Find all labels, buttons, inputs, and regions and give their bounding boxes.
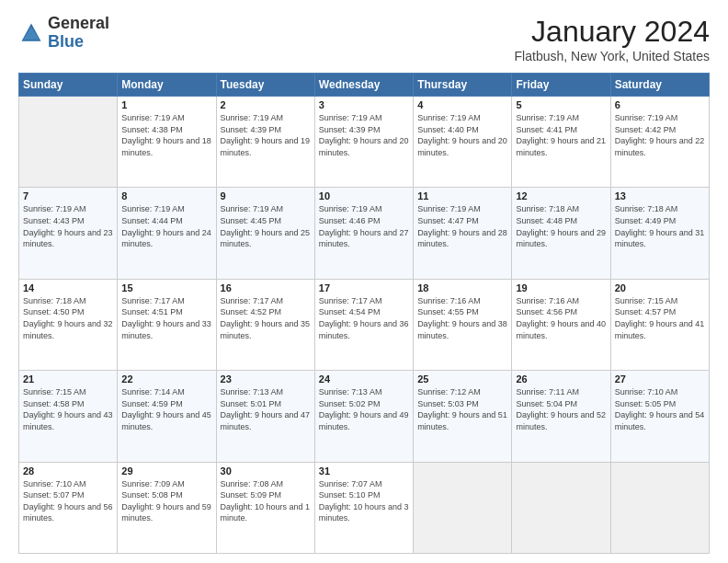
day-info: Sunrise: 7:16 AMSunset: 4:56 PMDaylight:… [516, 295, 606, 341]
day-number: 6 [615, 99, 705, 110]
day-number: 10 [319, 190, 409, 201]
col-thursday: Thursday [414, 74, 512, 97]
col-monday: Monday [118, 74, 216, 97]
title-block: January 2024 Flatbush, New York, United … [515, 15, 710, 63]
table-row: 1Sunrise: 7:19 AMSunset: 4:38 PMDaylight… [118, 97, 216, 188]
day-number: 25 [417, 373, 507, 385]
day-info: Sunrise: 7:10 AMSunset: 5:07 PMDaylight:… [23, 478, 113, 524]
table-row: 4Sunrise: 7:19 AMSunset: 4:40 PMDaylight… [414, 97, 512, 188]
table-row [610, 462, 709, 553]
day-info: Sunrise: 7:14 AMSunset: 4:59 PMDaylight:… [121, 386, 211, 432]
logo-blue-text: Blue [48, 32, 84, 51]
logo: General Blue [18, 15, 109, 52]
page: General Blue January 2024 Flatbush, New … [0, 0, 728, 563]
day-number: 7 [23, 190, 113, 201]
header: General Blue January 2024 Flatbush, New … [18, 15, 710, 63]
table-row: 27Sunrise: 7:10 AMSunset: 5:05 PMDayligh… [610, 371, 709, 462]
table-row: 17Sunrise: 7:17 AMSunset: 4:54 PMDayligh… [314, 279, 413, 370]
calendar-week-row: 14Sunrise: 7:18 AMSunset: 4:50 PMDayligh… [19, 279, 710, 370]
day-info: Sunrise: 7:16 AMSunset: 4:55 PMDaylight:… [417, 295, 507, 341]
table-row: 20Sunrise: 7:15 AMSunset: 4:57 PMDayligh… [610, 279, 709, 370]
day-number: 13 [615, 190, 705, 201]
day-info: Sunrise: 7:19 AMSunset: 4:39 PMDaylight:… [319, 112, 409, 158]
day-info: Sunrise: 7:19 AMSunset: 4:46 PMDaylight:… [319, 203, 409, 249]
day-info: Sunrise: 7:17 AMSunset: 4:52 PMDaylight:… [221, 295, 311, 341]
day-info: Sunrise: 7:10 AMSunset: 5:05 PMDaylight:… [615, 386, 705, 432]
table-row: 13Sunrise: 7:18 AMSunset: 4:49 PMDayligh… [610, 188, 709, 279]
day-number: 28 [23, 465, 113, 477]
day-number: 17 [319, 282, 409, 293]
table-row [19, 97, 118, 188]
day-number: 2 [221, 99, 311, 110]
col-tuesday: Tuesday [216, 74, 314, 97]
day-info: Sunrise: 7:19 AMSunset: 4:39 PMDaylight:… [221, 112, 311, 158]
table-row: 5Sunrise: 7:19 AMSunset: 4:41 PMDaylight… [512, 97, 610, 188]
day-info: Sunrise: 7:19 AMSunset: 4:45 PMDaylight:… [221, 203, 311, 249]
day-number: 24 [319, 373, 409, 385]
day-number: 15 [121, 282, 211, 293]
table-row: 28Sunrise: 7:10 AMSunset: 5:07 PMDayligh… [19, 462, 118, 553]
day-number: 8 [121, 190, 211, 201]
table-row: 22Sunrise: 7:14 AMSunset: 4:59 PMDayligh… [118, 371, 216, 462]
table-row: 9Sunrise: 7:19 AMSunset: 4:45 PMDaylight… [216, 188, 314, 279]
day-info: Sunrise: 7:18 AMSunset: 4:48 PMDaylight:… [516, 203, 606, 249]
day-number: 23 [221, 373, 311, 385]
day-number: 9 [221, 190, 311, 201]
table-row: 29Sunrise: 7:09 AMSunset: 5:08 PMDayligh… [118, 462, 216, 553]
col-sunday: Sunday [19, 74, 118, 97]
logo-icon [18, 20, 44, 46]
calendar-week-row: 7Sunrise: 7:19 AMSunset: 4:43 PMDaylight… [19, 188, 710, 279]
day-info: Sunrise: 7:19 AMSunset: 4:38 PMDaylight:… [121, 112, 211, 158]
day-info: Sunrise: 7:13 AMSunset: 5:02 PMDaylight:… [319, 386, 409, 432]
table-row: 30Sunrise: 7:08 AMSunset: 5:09 PMDayligh… [216, 462, 314, 553]
table-row: 2Sunrise: 7:19 AMSunset: 4:39 PMDaylight… [216, 97, 314, 188]
day-info: Sunrise: 7:19 AMSunset: 4:41 PMDaylight:… [516, 112, 606, 158]
calendar-header-row: Sunday Monday Tuesday Wednesday Thursday… [19, 74, 710, 97]
day-info: Sunrise: 7:19 AMSunset: 4:42 PMDaylight:… [615, 112, 705, 158]
col-friday: Friday [512, 74, 610, 97]
day-number: 22 [121, 373, 211, 385]
day-number: 12 [516, 190, 606, 201]
table-row: 21Sunrise: 7:15 AMSunset: 4:58 PMDayligh… [19, 371, 118, 462]
day-number: 16 [221, 282, 311, 293]
table-row: 25Sunrise: 7:12 AMSunset: 5:03 PMDayligh… [414, 371, 512, 462]
day-number: 11 [417, 190, 507, 201]
day-info: Sunrise: 7:19 AMSunset: 4:44 PMDaylight:… [121, 203, 211, 249]
table-row [512, 462, 610, 553]
calendar-week-row: 28Sunrise: 7:10 AMSunset: 5:07 PMDayligh… [19, 462, 710, 553]
day-number: 19 [516, 282, 606, 293]
page-subtitle: Flatbush, New York, United States [515, 49, 710, 63]
day-info: Sunrise: 7:08 AMSunset: 5:09 PMDaylight:… [221, 478, 311, 524]
calendar-week-row: 21Sunrise: 7:15 AMSunset: 4:58 PMDayligh… [19, 371, 710, 462]
day-info: Sunrise: 7:11 AMSunset: 5:04 PMDaylight:… [516, 386, 606, 432]
table-row: 15Sunrise: 7:17 AMSunset: 4:51 PMDayligh… [118, 279, 216, 370]
day-info: Sunrise: 7:13 AMSunset: 5:01 PMDaylight:… [221, 386, 311, 432]
calendar-week-row: 1Sunrise: 7:19 AMSunset: 4:38 PMDaylight… [19, 97, 710, 188]
table-row: 6Sunrise: 7:19 AMSunset: 4:42 PMDaylight… [610, 97, 709, 188]
calendar-table: Sunday Monday Tuesday Wednesday Thursday… [18, 73, 710, 554]
day-number: 21 [23, 373, 113, 385]
table-row: 10Sunrise: 7:19 AMSunset: 4:46 PMDayligh… [314, 188, 413, 279]
day-number: 1 [121, 99, 211, 110]
day-number: 14 [23, 282, 113, 293]
table-row: 18Sunrise: 7:16 AMSunset: 4:55 PMDayligh… [414, 279, 512, 370]
svg-marker-1 [23, 27, 40, 40]
table-row: 16Sunrise: 7:17 AMSunset: 4:52 PMDayligh… [216, 279, 314, 370]
day-number: 4 [417, 99, 507, 110]
day-info: Sunrise: 7:19 AMSunset: 4:47 PMDaylight:… [417, 203, 507, 249]
day-number: 31 [319, 465, 409, 477]
day-info: Sunrise: 7:17 AMSunset: 4:51 PMDaylight:… [121, 295, 211, 341]
logo-text: General Blue [48, 15, 109, 52]
day-info: Sunrise: 7:18 AMSunset: 4:50 PMDaylight:… [23, 295, 113, 341]
day-number: 26 [516, 373, 606, 385]
table-row: 14Sunrise: 7:18 AMSunset: 4:50 PMDayligh… [19, 279, 118, 370]
table-row: 12Sunrise: 7:18 AMSunset: 4:48 PMDayligh… [512, 188, 610, 279]
day-number: 18 [417, 282, 507, 293]
day-number: 27 [615, 373, 705, 385]
table-row [414, 462, 512, 553]
day-info: Sunrise: 7:19 AMSunset: 4:43 PMDaylight:… [23, 203, 113, 249]
day-number: 3 [319, 99, 409, 110]
col-wednesday: Wednesday [314, 74, 413, 97]
table-row: 23Sunrise: 7:13 AMSunset: 5:01 PMDayligh… [216, 371, 314, 462]
table-row: 3Sunrise: 7:19 AMSunset: 4:39 PMDaylight… [314, 97, 413, 188]
